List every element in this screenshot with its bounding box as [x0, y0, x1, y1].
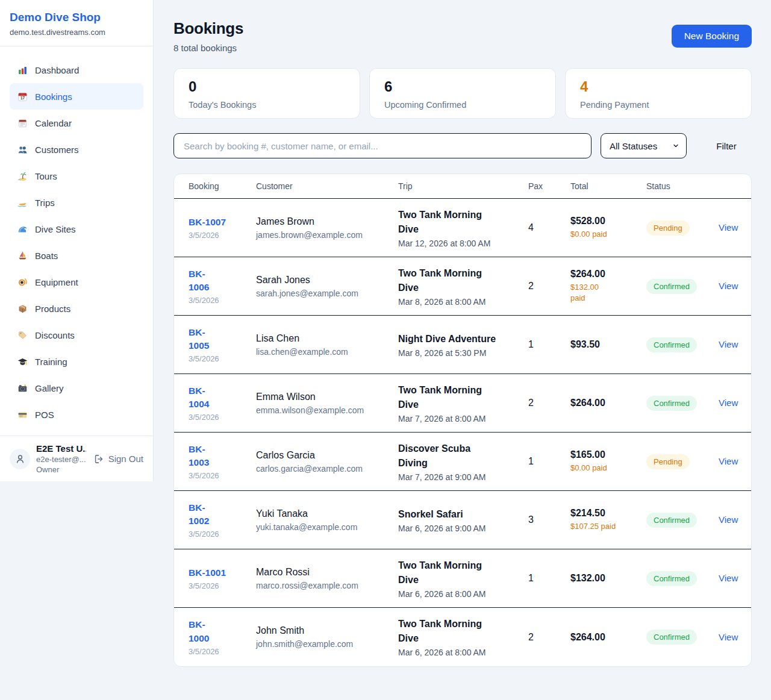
sidebar-item-dive-sites[interactable]: Dive Sites: [10, 216, 143, 242]
status-badge: Confirmed: [646, 513, 697, 528]
table-header-row: Booking Customer Trip Pax Total Status: [174, 174, 751, 199]
filter-button[interactable]: Filter: [701, 141, 752, 151]
new-booking-button[interactable]: New Booking: [672, 25, 752, 48]
page-title: Bookings: [173, 19, 243, 38]
sign-out-icon: [93, 454, 104, 464]
booking-id-link[interactable]: BK-1005: [189, 326, 211, 353]
customer-name: Emma Wilson: [256, 392, 398, 402]
table-row: BK-1007 3/5/2026 James Brown james.brown…: [174, 199, 751, 257]
booking-id-link[interactable]: BK-1001: [189, 567, 226, 578]
booking-created-date: 3/5/2026: [189, 296, 256, 305]
sidebar: Demo Dive Shop demo.test.divestreams.com…: [0, 0, 154, 481]
trip-name: Two Tank Morning Dive: [398, 558, 498, 587]
paid-amount: $0.00 paid: [570, 229, 646, 240]
column-header-booking: Booking: [189, 181, 256, 191]
sidebar-item-discounts[interactable]: Discounts: [10, 322, 143, 348]
sidebar-item-gallery[interactable]: Gallery: [10, 375, 143, 401]
sidebar-item-trips[interactable]: Trips: [10, 189, 143, 216]
sidebar-item-pos[interactable]: POS: [10, 401, 143, 428]
booking-created-date: 3/5/2026: [189, 581, 256, 590]
view-link[interactable]: View: [719, 398, 738, 408]
sidebar-item-equipment[interactable]: Equipment: [10, 269, 143, 295]
search-input[interactable]: [173, 133, 592, 158]
page-subtitle: 8 total bookings: [173, 43, 243, 53]
chevron-down-icon: [672, 142, 679, 149]
customer-name: Carlos Garcia: [256, 450, 398, 461]
customer-email: marco.rossi@example.com: [256, 581, 398, 590]
stat-card-pending-payment: 4 Pending Payment: [565, 68, 752, 119]
trip-name: Two Tank Morning Dive: [398, 617, 498, 646]
sidebar-item-bookings[interactable]: 17Bookings: [10, 83, 143, 110]
status-badge: Pending: [646, 220, 690, 236]
status-filter-select[interactable]: All Statuses: [601, 133, 687, 158]
total-amount: $264.00: [570, 269, 646, 280]
bookings-table: Booking Customer Trip Pax Total Status B…: [173, 173, 752, 667]
pax-count: 1: [528, 339, 570, 350]
trip-name: Two Tank Morning Dive: [398, 266, 498, 295]
booking-created-date: 3/5/2026: [189, 354, 256, 363]
customer-email: sarah.jones@example.com: [256, 289, 398, 298]
user-email: e2e-tester@...: [36, 455, 86, 464]
booking-id-link[interactable]: BK-1006: [189, 267, 211, 295]
sidebar-item-products[interactable]: Products: [10, 295, 143, 322]
sidebar-item-tours[interactable]: Tours: [10, 163, 143, 189]
customer-name: Yuki Tanaka: [256, 508, 398, 519]
sidebar-item-training[interactable]: Training: [10, 348, 143, 375]
trip-datetime: Mar 8, 2026 at 5:30 PM: [398, 348, 528, 358]
sidebar-item-label: POS: [35, 410, 54, 420]
status-badge: Pending: [646, 454, 690, 469]
view-link[interactable]: View: [719, 514, 738, 525]
sidebar-item-calendar[interactable]: Calendar: [10, 110, 143, 136]
view-link[interactable]: View: [719, 339, 738, 349]
booking-id-link[interactable]: BK-1003: [189, 443, 211, 470]
total-amount: $132.00: [570, 573, 646, 584]
sidebar-item-label: Training: [35, 357, 67, 367]
total-amount: $165.00: [570, 449, 646, 460]
booking-id-link[interactable]: BK-1004: [189, 384, 211, 411]
sidebar-item-label: Gallery: [35, 383, 64, 393]
sidebar-nav: Dashboard17BookingsCalendarCustomersTour…: [0, 46, 153, 436]
trip-name: Two Tank Morning Dive: [398, 208, 498, 237]
booking-id-link[interactable]: BK-1007: [189, 217, 226, 227]
sidebar-user-section: E2E Test U... e2e-tester@... Owner Sign …: [0, 436, 153, 481]
sign-out-button[interactable]: Sign Out: [93, 454, 143, 464]
booking-id-link[interactable]: BK-1000: [189, 618, 211, 645]
customer-name: James Brown: [256, 216, 398, 227]
customer-name: Lisa Chen: [256, 333, 398, 344]
customer-email: john.smith@example.com: [256, 639, 398, 649]
status-badge: Confirmed: [646, 337, 697, 352]
status-badge: Confirmed: [646, 571, 697, 586]
booking-created-date: 3/5/2026: [189, 413, 256, 422]
stats-row: 0 Today's Bookings 6 Upcoming Confirmed …: [173, 68, 752, 119]
pax-count: 4: [528, 222, 570, 233]
trip-datetime: Mar 6, 2026 at 8:00 AM: [398, 648, 528, 657]
column-header-pax: Pax: [528, 181, 570, 191]
sidebar-item-label: Trips: [35, 198, 55, 208]
person-icon: [14, 453, 26, 464]
total-amount: $214.50: [570, 508, 646, 519]
customer-email: james.brown@example.com: [256, 230, 398, 240]
stat-label: Pending Payment: [580, 100, 737, 110]
view-link[interactable]: View: [719, 632, 738, 642]
page-header: Bookings 8 total bookings New Booking: [173, 14, 752, 53]
sidebar-item-boats[interactable]: Boats: [10, 242, 143, 269]
view-link[interactable]: View: [719, 573, 738, 583]
trip-name: Snorkel Safari: [398, 507, 498, 522]
customer-email: carlos.garcia@example.com: [256, 464, 398, 473]
pax-count: 3: [528, 514, 570, 525]
total-amount: $93.50: [570, 339, 646, 350]
column-header-customer: Customer: [256, 181, 398, 191]
customer-name: Sarah Jones: [256, 275, 398, 286]
booking-created-date: 3/5/2026: [189, 231, 256, 240]
sidebar-item-customers[interactable]: Customers: [10, 136, 143, 163]
sidebar-item-dashboard[interactable]: Dashboard: [10, 57, 143, 83]
trip-datetime: Mar 12, 2026 at 8:00 AM: [398, 239, 528, 248]
table-row: BK-1005 3/5/2026 Lisa Chen lisa.chen@exa…: [174, 316, 751, 374]
view-link[interactable]: View: [719, 456, 738, 466]
booking-id-link[interactable]: BK-1002: [189, 501, 211, 528]
stat-card-upcoming-confirmed: 6 Upcoming Confirmed: [369, 68, 556, 119]
svg-text:17: 17: [20, 96, 25, 100]
status-filter-value: All Statuses: [610, 141, 657, 151]
view-link[interactable]: View: [719, 281, 738, 291]
view-link[interactable]: View: [719, 222, 738, 233]
